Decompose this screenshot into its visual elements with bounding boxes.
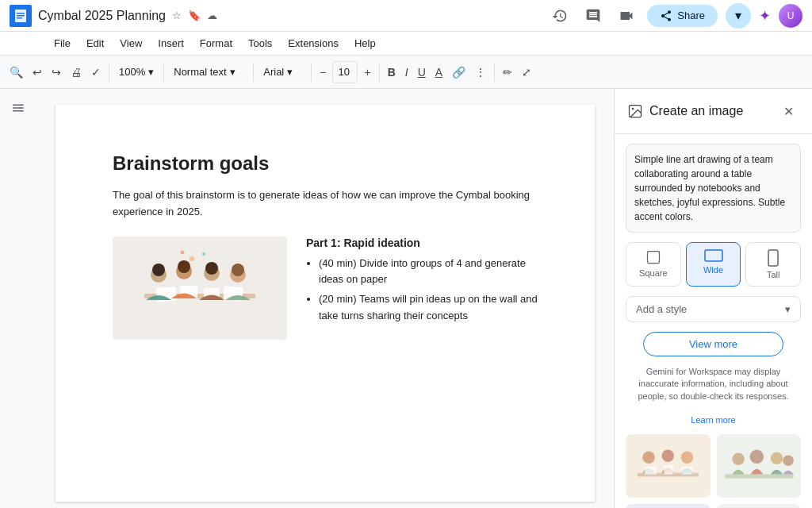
svg-point-20: [181, 250, 185, 254]
svg-point-29: [681, 452, 693, 464]
divider-6: [494, 63, 495, 82]
doc-image: [113, 237, 287, 340]
svg-rect-32: [664, 465, 673, 475]
menu-tools[interactable]: Tools: [242, 34, 278, 52]
zoom-select[interactable]: 100% ▾: [114, 61, 159, 83]
menu-extensions[interactable]: Extensions: [282, 34, 345, 52]
doc-area: Brainstorm goals The goal of this brains…: [36, 89, 614, 508]
svg-point-19: [202, 252, 205, 256]
images-grid: [615, 434, 812, 508]
gemini-icon: ✦: [759, 7, 771, 25]
panel-close-btn[interactable]: ✕: [777, 100, 799, 122]
font-increase-btn[interactable]: +: [361, 61, 373, 83]
bullet-list: (40 min) Divide into groups of 4 and gen…: [306, 256, 538, 325]
bold-btn[interactable]: B: [385, 61, 399, 83]
right-panel: Create an image ✕ Simple line art drawin…: [614, 89, 812, 508]
svg-point-15: [205, 262, 218, 275]
square-aspect-icon: [645, 249, 661, 265]
share-dropdown-button[interactable]: ▾: [726, 3, 751, 29]
print-btn[interactable]: 🖨: [67, 61, 85, 83]
search-toolbar-btn[interactable]: 🔍: [6, 61, 26, 83]
panel-content: Simple line art drawing of a team collab…: [615, 134, 812, 434]
panel-title-text: Create an image: [649, 104, 743, 118]
svg-rect-3: [17, 17, 22, 19]
menu-file[interactable]: File: [48, 34, 77, 52]
more-btn[interactable]: ⋮: [472, 61, 489, 83]
wide-aspect-icon: [704, 249, 723, 262]
aspect-square-btn[interactable]: Square: [626, 242, 681, 287]
svg-rect-31: [645, 467, 657, 475]
menu-format[interactable]: Format: [193, 34, 239, 52]
doc-page: Brainstorm goals The goal of this brains…: [56, 105, 595, 502]
comments-button[interactable]: [580, 3, 606, 29]
main-layout: Brainstorm goals The goal of this brains…: [0, 89, 812, 508]
generated-image-4[interactable]: [717, 504, 802, 508]
svg-point-17: [232, 264, 244, 276]
menu-view[interactable]: View: [113, 34, 148, 52]
font-select[interactable]: Arial ▾: [259, 61, 306, 83]
sidebar-toggle-btn[interactable]: [7, 97, 29, 119]
share-label: Share: [677, 10, 705, 21]
menu-help[interactable]: Help: [348, 34, 382, 52]
aspect-options: Square Wide Tall: [626, 242, 801, 287]
history-button[interactable]: [547, 3, 573, 29]
panel-header: Create an image ✕: [615, 89, 812, 134]
bullet-item-2: (20 min) Teams will pin ideas up on the …: [319, 291, 538, 325]
cloud-icon[interactable]: ☁: [207, 10, 217, 21]
view-more-container: View more: [626, 332, 801, 356]
svg-rect-47: [717, 504, 802, 508]
svg-rect-2: [17, 15, 25, 17]
spellcheck-btn[interactable]: ✓: [88, 61, 104, 83]
style-placeholder: Add a style: [636, 303, 687, 315]
bullet-item-1: (40 min) Divide into groups of 4 and gen…: [319, 256, 538, 289]
view-more-btn[interactable]: View more: [643, 332, 783, 356]
star-icon[interactable]: ☆: [172, 10, 182, 21]
prompt-text[interactable]: Simple line art drawing of a team collab…: [626, 144, 801, 233]
generated-image-2[interactable]: [717, 434, 802, 498]
divider-1: [109, 63, 109, 82]
menu-bar: File Edit View Insert Format Tools Exten…: [0, 32, 812, 56]
italic-btn[interactable]: I: [402, 61, 412, 83]
menu-insert[interactable]: Insert: [151, 34, 190, 52]
font-decrease-btn[interactable]: −: [316, 61, 329, 83]
redo-btn[interactable]: ↪: [48, 61, 64, 83]
doc-heading: Brainstorm goals: [113, 152, 538, 175]
generated-image-3[interactable]: [626, 504, 710, 508]
aspect-tall-btn[interactable]: Tall: [745, 242, 801, 287]
video-button[interactable]: [614, 3, 639, 29]
style-select[interactable]: Normal text ▾: [169, 61, 248, 83]
svg-point-35: [732, 453, 744, 465]
divider-3: [253, 63, 254, 82]
svg-point-18: [190, 256, 194, 261]
svg-rect-33: [682, 467, 693, 475]
pen-btn[interactable]: ✏: [500, 61, 515, 83]
aspect-tall-label: Tall: [767, 270, 780, 279]
divider-5: [379, 63, 380, 82]
svg-rect-1: [17, 13, 25, 14]
expand-btn[interactable]: ⤢: [519, 61, 534, 83]
aspect-square-label: Square: [639, 268, 667, 278]
app-icon: [10, 5, 32, 27]
font-size-select[interactable]: 10: [332, 61, 358, 83]
svg-point-28: [662, 450, 674, 462]
doc-body-text: The goal of this brainstorm is to genera…: [113, 187, 538, 221]
generated-image-1[interactable]: [626, 434, 710, 498]
share-button[interactable]: Share: [647, 5, 718, 27]
text-content: Part 1: Rapid ideation (40 min) Divide i…: [306, 237, 538, 340]
divider-4: [311, 63, 312, 82]
chevron-down-icon: ▾: [785, 303, 791, 315]
menu-edit[interactable]: Edit: [80, 34, 110, 52]
content-section: Part 1: Rapid ideation (40 min) Divide i…: [113, 237, 538, 340]
aspect-wide-btn[interactable]: Wide: [686, 242, 741, 287]
undo-btn[interactable]: ↩: [29, 61, 45, 83]
create-image-icon: [627, 103, 643, 119]
text-color-btn[interactable]: A: [432, 61, 446, 83]
svg-point-22: [632, 108, 634, 110]
divider-2: [163, 63, 164, 82]
style-dropdown[interactable]: Add a style ▾: [626, 296, 801, 322]
link-btn[interactable]: 🔗: [449, 61, 469, 83]
learn-more-link[interactable]: Learn more: [626, 415, 801, 425]
svg-rect-4: [113, 237, 287, 340]
underline-btn[interactable]: U: [415, 61, 429, 83]
bookmark-icon[interactable]: 🔖: [188, 10, 201, 21]
